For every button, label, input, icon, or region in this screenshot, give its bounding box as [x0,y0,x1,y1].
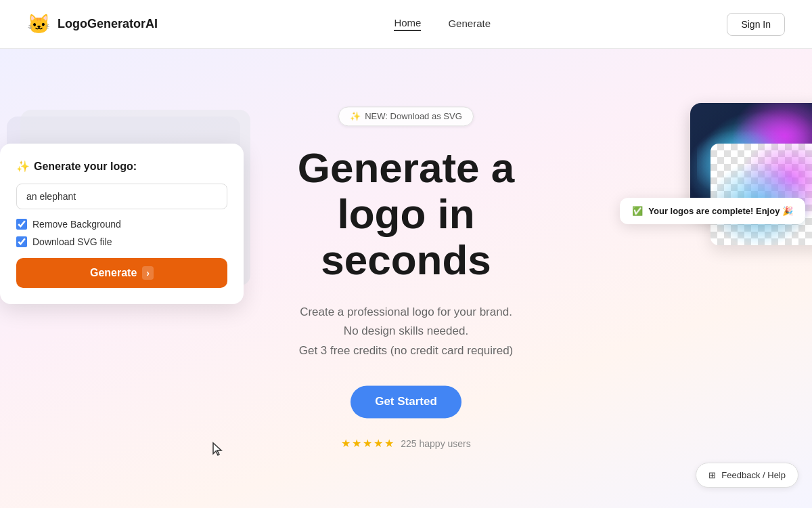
remove-bg-label[interactable]: Remove Background [32,219,121,230]
logo-prompt-input[interactable] [16,184,227,209]
feedback-button[interactable]: ⊞ Feedback / Help [696,463,798,488]
main-area: ✨ Generate your logo: Remove Background … [0,49,812,508]
toast-icon: ✅ [632,206,643,216]
happy-users-text: 225 happy users [401,438,471,449]
feedback-label: Feedback / Help [721,470,786,480]
remove-bg-row: Remove Background [16,219,227,230]
toast-text: Your logos are complete! Enjoy 🎉 [648,206,793,216]
hero-center: ✨ NEW: Download as SVG Generate a logo i… [237,106,575,450]
brand-logo[interactable]: 🐱 LogoGeneratorAI [27,13,158,35]
hero-subtitle-line1: Create a professional logo for your bran… [300,305,512,318]
navbar: 🐱 LogoGeneratorAI Home Generate Sign In [0,0,812,49]
stars-row: ★★★★★ 225 happy users [237,438,575,450]
generate-btn-label: Generate [90,267,137,279]
sign-in-button[interactable]: Sign In [727,13,785,36]
nav-link-generate[interactable]: Generate [448,18,491,30]
logo-preview-secondary [710,144,812,245]
stars-icon: ★★★★★ [341,438,395,450]
hero-title-line1: Generate a [298,144,515,191]
new-badge: ✨ NEW: Download as SVG [338,106,474,126]
badge-icon: ✨ [350,111,361,121]
brand-icon: 🐱 [27,13,51,35]
nav-link-home[interactable]: Home [394,17,421,31]
generate-btn-arrow: › [142,266,154,280]
completion-toast: ✅ Your logos are complete! Enjoy 🎉 [620,198,805,224]
brand-name: LogoGeneratorAI [58,17,158,31]
card-title-icon: ✨ [16,160,30,173]
secondary-swirl [710,144,812,245]
hero-title-line3: seconds [321,237,491,284]
nav-links: Home Generate [394,17,491,31]
hero-subtitle-line3: Get 3 free credits (no credit card requi… [299,345,514,358]
left-card-wrapper: ✨ Generate your logo: Remove Background … [0,123,230,284]
feedback-icon: ⊞ [708,470,716,480]
hero-title-line2: logo in [337,191,474,238]
cursor-icon [212,442,225,458]
hero-subtitle: Create a professional logo for your bran… [237,303,575,362]
get-started-button[interactable]: Get Started [351,386,461,419]
download-svg-row: Download SVG file [16,236,227,247]
badge-text: NEW: Download as SVG [365,111,462,121]
download-svg-label[interactable]: Download SVG file [32,236,112,247]
hero-subtitle-line2: No design skills needed. [344,325,468,338]
card-title: ✨ Generate your logo: [16,160,227,173]
generate-button[interactable]: Generate › [16,258,227,288]
card-title-text: Generate your logo: [34,161,137,173]
logo-generator-card: ✨ Generate your logo: Remove Background … [0,144,244,304]
remove-bg-checkbox[interactable] [16,219,27,230]
hero-title: Generate a logo in seconds [237,145,575,284]
download-svg-checkbox[interactable] [16,236,27,247]
